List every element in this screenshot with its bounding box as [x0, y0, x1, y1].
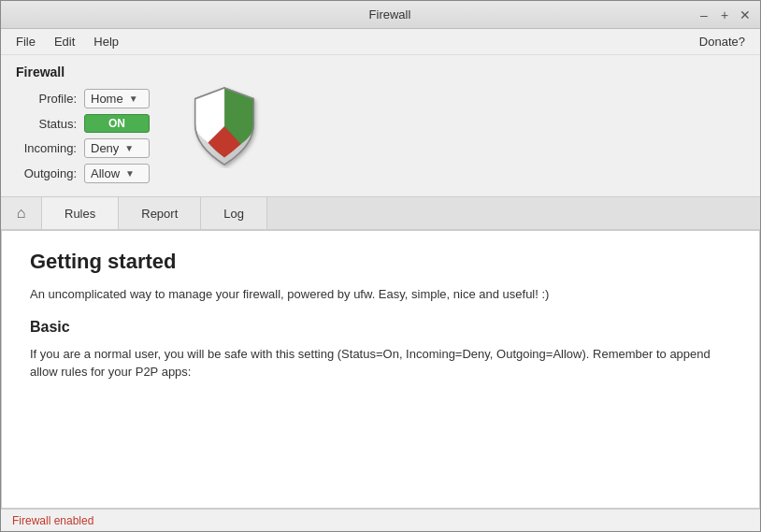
- minimize-button[interactable]: –: [696, 7, 711, 22]
- menubar: File Edit Help Donate?: [1, 29, 760, 55]
- basic-text: If you are a normal user, you will be sa…: [30, 345, 731, 381]
- incoming-label: Incoming:: [16, 141, 77, 155]
- app-window: Firewall – + ✕ File Edit Help Donate? Fi…: [0, 0, 761, 532]
- status-toggle[interactable]: ON: [84, 114, 150, 133]
- basic-heading: Basic: [30, 319, 731, 336]
- content-panel: Getting started An uncomplicated way to …: [1, 230, 760, 509]
- tab-rules[interactable]: Rules: [42, 197, 119, 229]
- statusbar: Firewall enabled: [1, 509, 760, 531]
- outgoing-row: Outgoing: Allow ▼: [16, 164, 150, 183]
- profile-dropdown-arrow: ▼: [129, 93, 138, 104]
- tab-bar: ⌂ Rules Report Log: [1, 196, 760, 230]
- section-title: Firewall: [16, 65, 745, 79]
- incoming-dropdown-arrow: ▼: [124, 143, 134, 153]
- content-heading: Getting started: [30, 250, 731, 274]
- window-title: Firewall: [83, 7, 696, 22]
- shield-area: [187, 84, 262, 171]
- form-controls: Profile: Home ▼ Status: ON Incoming: Den…: [16, 89, 150, 183]
- profile-row: Profile: Home ▼: [16, 89, 150, 108]
- profile-value: Home: [91, 92, 123, 106]
- content-description: An uncomplicated way to manage your fire…: [30, 285, 731, 304]
- tab-home[interactable]: ⌂: [1, 197, 42, 229]
- controls-area: Profile: Home ▼ Status: ON Incoming: Den…: [16, 89, 745, 183]
- status-message: Firewall enabled: [12, 514, 93, 527]
- incoming-row: Incoming: Deny ▼: [16, 138, 150, 158]
- menu-edit[interactable]: Edit: [47, 32, 82, 51]
- status-row: Status: ON: [16, 114, 150, 133]
- titlebar: Firewall – + ✕: [1, 1, 760, 29]
- status-label: Status:: [16, 117, 77, 131]
- profile-dropdown[interactable]: Home ▼: [84, 89, 150, 108]
- maximize-button[interactable]: +: [717, 7, 732, 22]
- outgoing-dropdown-arrow: ▼: [125, 168, 135, 179]
- incoming-value: Deny: [91, 141, 119, 155]
- main-content: Firewall Profile: Home ▼ Status: ON: [1, 55, 760, 509]
- close-button[interactable]: ✕: [738, 7, 753, 22]
- menu-file[interactable]: File: [8, 32, 43, 51]
- titlebar-controls: – + ✕: [696, 7, 753, 22]
- profile-label: Profile:: [16, 92, 77, 106]
- incoming-dropdown[interactable]: Deny ▼: [84, 138, 150, 158]
- outgoing-label: Outgoing:: [16, 166, 77, 180]
- tab-log[interactable]: Log: [201, 197, 267, 229]
- home-icon: ⌂: [17, 205, 26, 222]
- menu-left: File Edit Help: [8, 32, 126, 51]
- tab-report[interactable]: Report: [119, 197, 201, 229]
- donate-link[interactable]: Donate?: [692, 32, 753, 51]
- shield-icon: [187, 84, 262, 168]
- menu-help[interactable]: Help: [86, 32, 126, 51]
- outgoing-value: Allow: [91, 166, 120, 180]
- outgoing-dropdown[interactable]: Allow ▼: [84, 164, 150, 183]
